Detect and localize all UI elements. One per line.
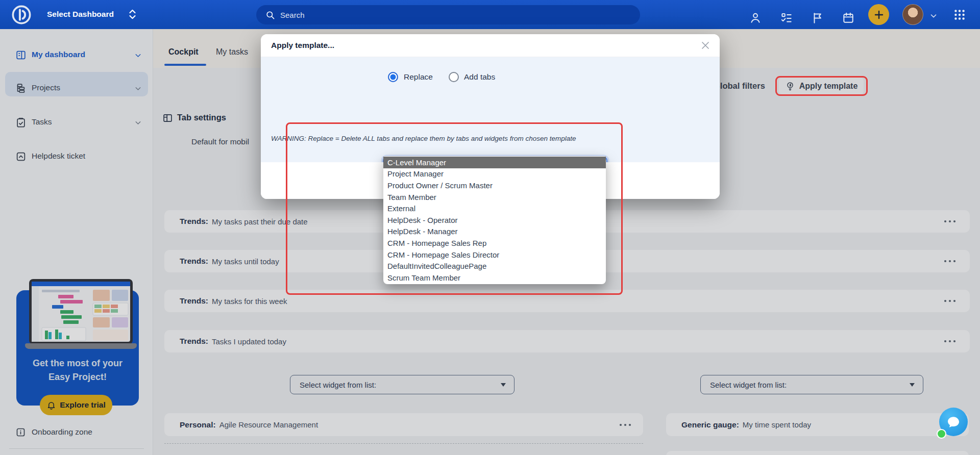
chevron-up-down-icon [128, 9, 137, 20]
app-window: Select Dashboard Search [0, 0, 980, 455]
easy-project-logo-icon [11, 4, 32, 26]
profile-icon[interactable] [749, 11, 762, 24]
add-button[interactable] [868, 4, 889, 25]
search-input[interactable]: Search [256, 5, 640, 24]
modal-title: Apply template... [271, 41, 334, 50]
top-bar: Select Dashboard Search [0, 0, 980, 29]
checklist-icon[interactable] [780, 11, 793, 24]
template-option[interactable]: C-Level Manager [383, 157, 606, 168]
user-avatar[interactable] [902, 4, 923, 25]
dashboard-selector-label: Select Dashboard [47, 10, 114, 19]
radio-add-tabs[interactable] [449, 72, 459, 82]
calendar-icon[interactable] [842, 11, 855, 24]
close-icon[interactable] [699, 39, 712, 52]
chat-icon [946, 414, 961, 429]
dashboard-selector[interactable]: Select Dashboard [47, 9, 137, 20]
chat-online-dot [937, 429, 946, 439]
apps-grid-icon[interactable] [952, 8, 967, 22]
template-option[interactable]: CRM - Homepage Sales Director [383, 249, 606, 261]
template-option[interactable]: Scrum Team Member [383, 272, 606, 284]
template-option[interactable]: CRM - Homepage Sales Rep [383, 237, 606, 249]
template-dropdown-list: C-Level Manager Project Manager Product … [383, 156, 606, 284]
radio-add-tabs-label: Add tabs [464, 72, 495, 82]
easy-project-logo[interactable] [11, 4, 32, 26]
template-option[interactable]: DefaultInvitedColleaguePage [383, 260, 606, 272]
search-placeholder: Search [280, 11, 305, 19]
template-option[interactable]: Team Member [383, 191, 606, 203]
template-option[interactable]: HelpDesk - Manager [383, 226, 606, 238]
template-option[interactable]: Project Manager [383, 168, 606, 180]
radio-replace[interactable] [388, 72, 398, 82]
template-option[interactable]: External [383, 203, 606, 214]
modal-body: Replace Add tabs WARNING: Replace = Dele… [261, 57, 720, 162]
template-option[interactable]: Product Owner / Scrum Master [383, 180, 606, 191]
flag-icon[interactable] [811, 11, 824, 24]
modal-header: Apply template... [261, 34, 720, 57]
chevron-down-icon[interactable] [929, 11, 938, 20]
search-icon [265, 10, 275, 20]
template-option[interactable]: HelpDesk - Operator [383, 214, 606, 226]
warning-text: WARNING: Replace = Delete ALL tabs and r… [271, 135, 576, 142]
radio-replace-label: Replace [404, 72, 433, 82]
